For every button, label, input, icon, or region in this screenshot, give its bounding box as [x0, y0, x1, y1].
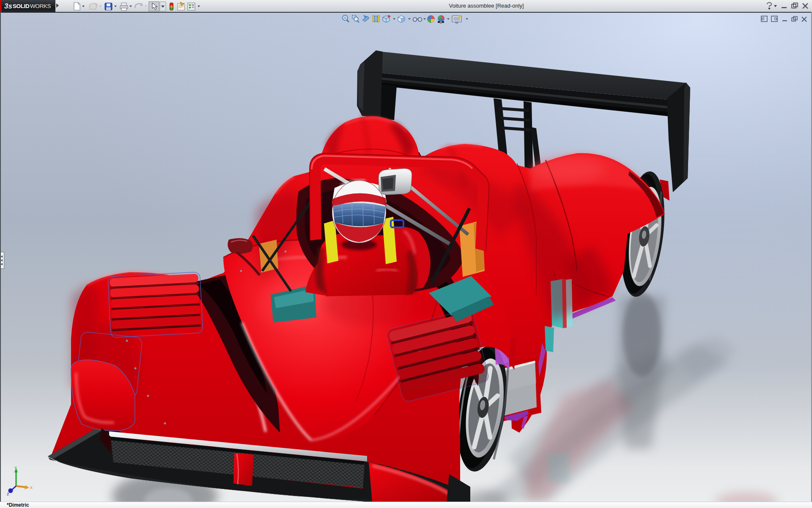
- svg-text:Z: Z: [7, 492, 9, 495]
- svg-text:3s: 3s: [4, 2, 12, 10]
- svg-text:Y: Y: [14, 466, 17, 470]
- svg-text:SOLID: SOLID: [13, 3, 30, 9]
- svg-text:WORKS: WORKS: [30, 3, 51, 9]
- svg-text:X: X: [30, 486, 33, 490]
